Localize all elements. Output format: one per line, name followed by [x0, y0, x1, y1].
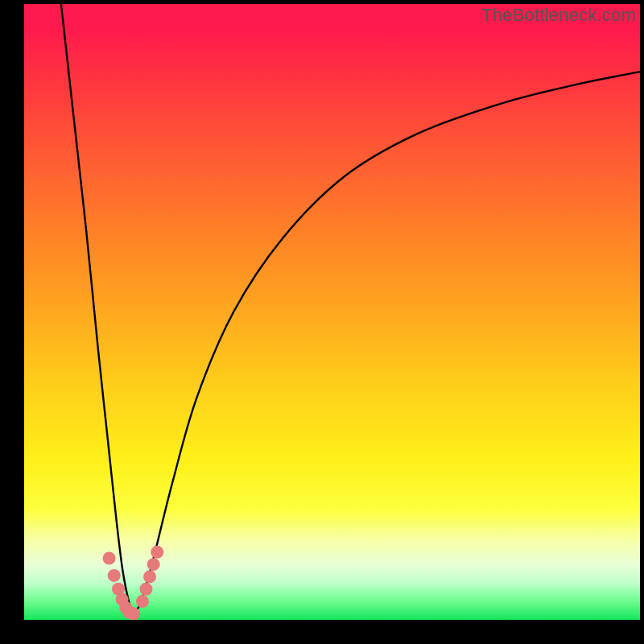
- right-branch-curve: [134, 72, 640, 613]
- curve-layer: [24, 4, 640, 620]
- plot-area: [24, 4, 640, 620]
- data-marker: [127, 607, 140, 620]
- data-marker: [136, 595, 149, 608]
- markers-group: [103, 546, 164, 620]
- watermark-text: TheBottleneck.com: [481, 5, 636, 26]
- data-marker: [103, 552, 116, 565]
- data-marker: [139, 583, 152, 596]
- data-marker: [147, 558, 160, 571]
- data-marker: [108, 569, 121, 582]
- chart-frame: TheBottleneck.com: [0, 0, 644, 644]
- data-marker: [143, 570, 156, 583]
- left-branch-curve: [61, 4, 134, 613]
- data-marker: [151, 546, 163, 559]
